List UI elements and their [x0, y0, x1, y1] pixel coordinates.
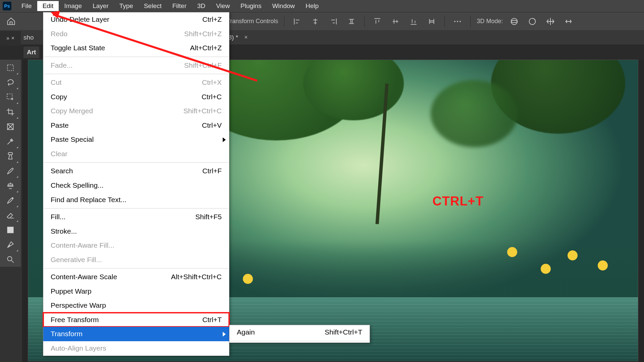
menu-item-puppet-warp[interactable]: Puppet Warp — [43, 284, 229, 299]
distribute-v-icon[interactable] — [425, 15, 438, 28]
tab-close-icon[interactable]: × — [242, 34, 250, 41]
app-logo-icon: Ps — [3, 2, 11, 10]
transform-controls-label: Transform Controls — [227, 18, 278, 25]
menu-item-shortcut: Ctrl+V — [202, 120, 222, 131]
pen-tool[interactable] — [2, 237, 19, 252]
svg-point-10 — [12, 197, 13, 199]
align-left-icon[interactable] — [290, 15, 304, 28]
3d-orbit-icon[interactable] — [507, 15, 521, 28]
svg-point-0 — [454, 21, 455, 22]
eyedropper-tool[interactable] — [2, 134, 19, 149]
menu-item-shortcut: Shift+Ctrl+T — [325, 327, 362, 338]
menu-separator — [44, 74, 228, 74]
home-icon[interactable] — [6, 16, 16, 26]
3d-pan-icon[interactable] — [544, 15, 557, 28]
svg-point-14 — [7, 256, 12, 261]
menu-item-copy[interactable]: CopyCtrl+C — [43, 90, 229, 104]
chevrons-icon: » — [6, 35, 9, 41]
align-bottom-icon[interactable] — [407, 15, 420, 28]
clone-stamp-tool[interactable] — [2, 178, 19, 193]
submenu-item-again[interactable]: AgainShift+Ctrl+T — [229, 325, 370, 340]
menu-item-content-aware-scale[interactable]: Content-Aware ScaleAlt+Shift+Ctrl+C — [43, 270, 229, 284]
menu-layer[interactable]: Layer — [87, 1, 114, 11]
menu-item-free-transform[interactable]: Free TransformCtrl+T — [43, 313, 229, 327]
crop-tool[interactable] — [2, 105, 19, 119]
divider — [470, 16, 471, 27]
distribute-h-icon[interactable] — [345, 15, 358, 28]
3d-roll-icon[interactable] — [526, 15, 539, 28]
menu-file[interactable]: File — [16, 1, 37, 11]
menu-item-copy-merged: Copy MergedShift+Ctrl+C — [43, 104, 229, 118]
menu-item-stroke[interactable]: Stroke... — [43, 224, 229, 239]
healing-brush-tool[interactable] — [2, 149, 19, 164]
menu-item-shortcut: Ctrl+T — [202, 314, 222, 325]
align-right-icon[interactable] — [327, 15, 340, 28]
menu-item-cut: CutCtrl+X — [43, 75, 229, 90]
artboard-label[interactable]: Art — [23, 47, 39, 58]
3d-mode-label: 3D Mode: — [477, 18, 503, 25]
zoom-tool[interactable] — [2, 252, 19, 267]
align-vcenter-icon[interactable] — [389, 15, 402, 28]
menu-help[interactable]: Help — [300, 1, 324, 11]
menu-item-toggle-last-state[interactable]: Toggle Last StateAlt+Ctrl+Z — [43, 41, 229, 55]
menu-separator — [44, 162, 228, 163]
menu-item-paste[interactable]: PasteCtrl+V — [43, 118, 229, 133]
menu-item-label: Fade... — [51, 60, 72, 71]
menu-item-label: Free Transform — [51, 314, 99, 325]
menu-item-shortcut: Alt+Shift+Ctrl+C — [171, 272, 222, 283]
menu-item-find-and-replace-text[interactable]: Find and Replace Text... — [43, 193, 229, 207]
object-selection-tool[interactable] — [2, 90, 19, 105]
menu-item-transform[interactable]: Transform — [43, 327, 229, 341]
menu-item-fade: Fade...Shift+Ctrl+F — [43, 58, 229, 73]
menu-select[interactable]: Select — [139, 1, 167, 11]
menu-item-label: Content-Aware Scale — [51, 272, 117, 283]
annotation-shortcut-text: CTRL+T — [432, 194, 484, 208]
menubar: Ps File Edit Image Layer Type Select Fil… — [0, 0, 644, 12]
decorative-foliage — [431, 80, 518, 147]
menu-plugins[interactable]: Plugins — [235, 1, 267, 11]
menu-item-content-aware-fill: Content-Aware Fill... — [43, 238, 229, 253]
menu-separator — [44, 57, 228, 57]
menu-item-search[interactable]: SearchCtrl+F — [43, 164, 229, 178]
menu-filter[interactable]: Filter — [167, 1, 192, 11]
lasso-tool[interactable] — [2, 75, 19, 90]
transform-submenu: AgainShift+Ctrl+T — [229, 325, 370, 343]
menu-item-fill[interactable]: Fill...Shift+F5 — [43, 210, 229, 224]
menu-item-label: Fill... — [51, 212, 65, 223]
brush-tool[interactable] — [2, 164, 19, 178]
menu-item-label: Puppet Warp — [51, 286, 92, 297]
3d-slide-icon[interactable] — [562, 15, 575, 28]
menu-item-shortcut: Alt+Ctrl+Z — [190, 43, 222, 54]
menu-item-label: Paste — [51, 120, 69, 131]
menu-item-check-spelling[interactable]: Check Spelling... — [43, 178, 229, 193]
menu-item-shortcut: Ctrl+C — [202, 92, 222, 103]
menu-item-shortcut: Ctrl+F — [202, 166, 222, 177]
menu-3d[interactable]: 3D — [192, 1, 211, 11]
menu-item-perspective-warp[interactable]: Perspective Warp — [43, 298, 229, 313]
menu-item-label: Check Spelling... — [51, 180, 104, 191]
menu-item-paste-special[interactable]: Paste Special — [43, 132, 229, 147]
menu-item-label: Again — [237, 327, 255, 338]
menu-item-label: Paste Special — [51, 134, 94, 145]
panel-toggle[interactable]: » × — [0, 31, 21, 46]
menu-item-label: Clear — [51, 148, 67, 160]
menu-view[interactable]: View — [211, 1, 235, 11]
svg-point-13 — [9, 245, 10, 246]
align-hcenter-icon[interactable] — [309, 15, 322, 28]
menu-image[interactable]: Image — [59, 1, 87, 11]
svg-rect-6 — [7, 65, 13, 70]
eraser-tool[interactable] — [2, 208, 19, 223]
close-icon[interactable]: × — [11, 35, 14, 41]
marquee-tool[interactable] — [2, 60, 19, 75]
menu-item-label: Redo — [51, 28, 67, 40]
align-top-icon[interactable] — [371, 15, 384, 28]
menu-type[interactable]: Type — [114, 1, 139, 11]
menu-item-label: Generative Fill... — [51, 254, 102, 265]
gradient-tool[interactable] — [2, 223, 19, 237]
frame-tool[interactable] — [2, 119, 19, 134]
menu-item-label: Stroke... — [51, 226, 77, 237]
history-brush-tool[interactable] — [2, 193, 19, 208]
menu-window[interactable]: Window — [267, 1, 300, 11]
more-options-icon[interactable] — [451, 15, 464, 28]
tab-title-fragment[interactable]: sho — [23, 34, 34, 41]
